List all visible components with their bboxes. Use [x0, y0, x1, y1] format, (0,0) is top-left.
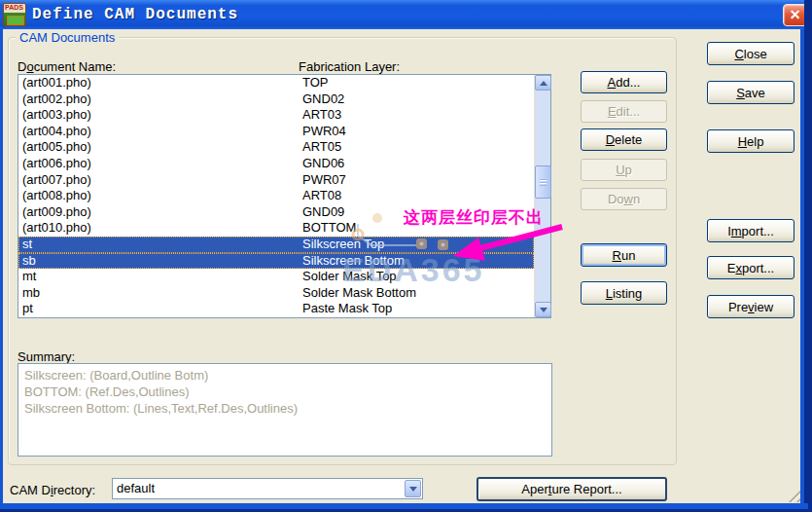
fabrication-layer-cell: TOP [302, 75, 329, 91]
aperture-report-button[interactable]: Aperture Report... [477, 477, 667, 501]
listing-button[interactable]: Listing [581, 281, 667, 305]
window-border-right-outer [804, 0, 812, 512]
document-name-cell: (art003.pho) [18, 107, 91, 122]
list-item[interactable]: mt Solder Mask Top [18, 269, 534, 285]
fabrication-layer-cell: Solder Mask Top [302, 269, 397, 285]
list-item[interactable]: (art004.pho) PWR04 [18, 124, 534, 140]
up-button[interactable]: Up [581, 159, 667, 181]
list-rows: (art001.pho) TOP (art002.pho) GND02 (art… [18, 75, 534, 317]
list-scrollbar[interactable] [534, 75, 550, 317]
fabrication-layer-cell: ART05 [302, 139, 341, 156]
list-item[interactable]: (art009.pho) GND09 [18, 204, 534, 221]
list-item[interactable]: sb Silkscreen Bottom [18, 253, 534, 270]
fabrication-layer-cell: PWR04 [302, 124, 346, 140]
fabrication-layer-cell: ART08 [302, 188, 341, 204]
down-button[interactable]: Down [581, 188, 667, 210]
summary-label: Summary: [18, 349, 75, 364]
document-name-cell: (art009.pho) [18, 204, 91, 219]
list-item[interactable]: mb Solder Mask Bottom [18, 285, 534, 302]
close-button[interactable]: Close [707, 42, 794, 65]
document-name-cell: pt [18, 301, 33, 315]
fabrication-layer-cell: Solder Mask Bottom [302, 285, 416, 302]
document-name-cell: (art006.pho) [18, 156, 91, 170]
cam-directory-value: default [117, 481, 155, 495]
help-button[interactable]: Help [707, 129, 794, 153]
document-name-cell: st [18, 237, 32, 251]
list-item[interactable]: (art005.pho) ART05 [18, 139, 534, 156]
summary-line: Silkscreen Bottom: (Lines,Text,Ref.Des,O… [24, 400, 546, 417]
add-button[interactable]: Add... [581, 71, 667, 93]
document-name-label: Document Name: [18, 59, 116, 74]
cam-documents-list[interactable]: (art001.pho) TOP (art002.pho) GND02 (art… [18, 74, 551, 318]
define-cam-documents-dialog: Define CAM Documents ✕ CAM Documents Doc… [0, 0, 812, 512]
groupbox-title: CAM Documents [16, 30, 119, 45]
scroll-up-icon[interactable] [535, 75, 551, 91]
delete-button[interactable]: Delete [581, 128, 667, 151]
chevron-down-icon[interactable] [405, 480, 421, 497]
list-item[interactable]: (art001.pho) TOP [18, 75, 534, 91]
title-bar[interactable]: Define CAM Documents [0, 0, 812, 29]
summary-line: BOTTOM: (Ref.Des,Outlines) [24, 384, 546, 400]
fabrication-layer-cell: GND09 [302, 204, 344, 221]
list-item[interactable]: (art007.pho) PWR07 [18, 172, 534, 189]
document-name-cell: sb [18, 253, 36, 268]
document-name-cell: (art001.pho) [18, 75, 91, 90]
list-item[interactable]: (art002.pho) GND02 [18, 91, 534, 108]
document-name-cell: (art005.pho) [18, 139, 91, 154]
import-button[interactable]: Import... [707, 219, 794, 242]
document-name-cell: mt [18, 269, 36, 283]
document-name-cell: (art002.pho) [18, 91, 91, 106]
scroll-down-icon[interactable] [535, 302, 551, 317]
fabrication-layer-cell: Paste Mask Top [302, 301, 392, 317]
list-item[interactable]: (art006.pho) GND06 [18, 156, 534, 172]
cam-directory-label: CAM Directory: [10, 483, 95, 497]
document-name-cell: (art010.pho) [18, 220, 91, 235]
window-title: Define CAM Documents [32, 6, 238, 23]
window-border-right [800, 29, 804, 504]
summary-box: Silkscreen: (Board,Outline Botm) BOTTOM:… [18, 363, 552, 457]
fabrication-layer-cell: PWR07 [302, 172, 346, 189]
fabrication-layer-cell: BOTTOM [302, 220, 356, 237]
summary-line: Silkscreen: (Board,Outline Botm) [24, 367, 546, 384]
pads-app-icon [3, 3, 26, 26]
resize-grip[interactable] [784, 486, 800, 502]
cam-directory-select[interactable]: default [112, 478, 423, 499]
scrollbar-thumb[interactable] [535, 165, 551, 199]
fabrication-layer-cell: GND06 [302, 156, 344, 172]
window-border-left [0, 29, 3, 512]
edit-button[interactable]: Edit... [581, 100, 667, 123]
fabrication-layer-cell: GND02 [302, 91, 344, 108]
fabrication-layer-cell: Silkscreen Top [302, 237, 384, 253]
list-item[interactable]: (art008.pho) ART08 [18, 188, 534, 204]
fabrication-layer-label: Fabrication Layer: [299, 59, 400, 74]
document-name-cell: (art007.pho) [18, 172, 91, 187]
list-item[interactable]: pt Paste Mask Top [18, 301, 534, 317]
document-name-cell: (art008.pho) [18, 188, 91, 202]
document-name-cell: mb [18, 285, 40, 300]
list-item[interactable]: st Silkscreen Top [18, 237, 534, 253]
export-button[interactable]: Export... [707, 256, 794, 279]
list-item[interactable]: (art010.pho) BOTTOM [18, 220, 534, 237]
preview-button[interactable]: Preview [707, 295, 794, 318]
fabrication-layer-cell: ART03 [302, 107, 341, 124]
save-button[interactable]: Save [707, 81, 794, 104]
document-name-cell: (art004.pho) [18, 124, 91, 138]
run-button[interactable]: Run [581, 243, 667, 267]
list-item[interactable]: (art003.pho) ART03 [18, 107, 534, 124]
fabrication-layer-cell: Silkscreen Bottom [302, 253, 405, 270]
